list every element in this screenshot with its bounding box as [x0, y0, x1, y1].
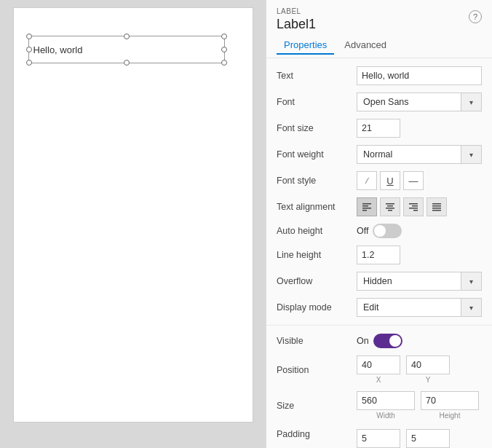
size-height-input[interactable]: [421, 391, 479, 410]
label-size: Size: [277, 401, 357, 411]
control-text-align: [357, 197, 482, 216]
size-width-label: Width: [376, 412, 395, 420]
handle-mr[interactable]: [221, 47, 227, 52]
label-auto-height: Auto height: [277, 226, 357, 236]
handle-bm[interactable]: [124, 60, 130, 66]
label-visible: Visible: [277, 336, 357, 346]
svg-rect-0: [362, 203, 371, 205]
control-overflow: Hidden ▾: [357, 272, 482, 291]
handle-br[interactable]: [221, 60, 227, 66]
label-display-mode: Display mode: [277, 302, 357, 313]
font-size-input[interactable]: [357, 119, 400, 138]
canvas-inner: Hello, world: [13, 7, 253, 423]
size-height-group: Height: [421, 391, 479, 420]
visible-toggle[interactable]: [373, 334, 402, 348]
overflow-dropdown[interactable]: Hidden ▾: [357, 272, 482, 291]
label-font-style: Font style: [277, 176, 357, 186]
font-dropdown-arrow: ▾: [461, 93, 481, 111]
control-line-height: [357, 245, 482, 264]
svg-rect-8: [409, 203, 418, 205]
padding-bottom-input[interactable]: [406, 429, 450, 448]
tab-advanced[interactable]: Advanced: [337, 36, 394, 55]
handle-ml[interactable]: [26, 47, 32, 52]
handle-tl[interactable]: [26, 34, 32, 39]
display-mode-dropdown[interactable]: Edit ▾: [357, 298, 482, 317]
position-y-input[interactable]: [406, 355, 450, 374]
padding-top-bottom-row: Top Bottom: [357, 429, 450, 448]
control-font: Open Sans ▾: [357, 93, 482, 111]
control-display-mode: Edit ▾: [357, 298, 482, 317]
position-inputs: X Y: [357, 355, 450, 384]
align-right-icon: [408, 202, 418, 212]
row-auto-height: Auto height Off: [266, 220, 492, 242]
label-line-height: Line height: [277, 250, 357, 260]
align-center-icon: [385, 202, 395, 212]
align-justify-button[interactable]: [426, 197, 447, 216]
font-weight-arrow: ▾: [461, 146, 481, 163]
align-right-button[interactable]: [403, 197, 424, 216]
font-dropdown[interactable]: Open Sans ▾: [357, 93, 482, 111]
text-input[interactable]: [357, 66, 482, 85]
underline-button[interactable]: U: [380, 171, 400, 190]
control-text: [357, 66, 482, 85]
properties-panel: LABEL Label1 Properties Advanced ? Text …: [266, 0, 492, 448]
control-font-weight: Normal ▾: [357, 145, 482, 164]
panel-tabs: Properties Advanced: [277, 36, 482, 55]
label-text-align: Text alignment: [277, 202, 357, 212]
padding-top-input[interactable]: [357, 429, 400, 448]
label-font-size: Font size: [277, 123, 357, 133]
size-width-group: Width: [357, 391, 415, 420]
control-auto-height: Off: [357, 224, 482, 238]
svg-rect-13: [432, 205, 441, 207]
align-left-icon: [362, 202, 372, 212]
row-position: Position X Y: [266, 352, 492, 388]
align-left-button[interactable]: [357, 197, 377, 216]
row-display-mode: Display mode Edit ▾: [266, 294, 492, 321]
visible-toggle-container: On: [357, 334, 402, 348]
row-font-style: Font style / U —: [266, 168, 492, 194]
svg-rect-6: [386, 208, 394, 209]
display-mode-arrow: ▾: [461, 299, 481, 316]
svg-rect-10: [409, 208, 418, 209]
display-mode-value: Edit: [357, 302, 461, 313]
line-height-input[interactable]: [357, 245, 400, 264]
svg-rect-5: [387, 205, 393, 207]
font-weight-value: Normal: [357, 149, 461, 160]
size-inputs: Width Height: [357, 391, 479, 420]
auto-height-toggle[interactable]: [373, 224, 402, 238]
tab-properties[interactable]: Properties: [277, 36, 334, 55]
handle-tr[interactable]: [221, 34, 227, 39]
italic-button[interactable]: /: [357, 171, 377, 190]
align-center-button[interactable]: [380, 197, 400, 216]
component-name: Label1: [277, 17, 482, 32]
handle-bl[interactable]: [26, 60, 32, 66]
label-text-prop: Text: [277, 71, 357, 81]
padding-bottom-group: Bottom: [406, 429, 450, 448]
row-overflow: Overflow Hidden ▾: [266, 268, 492, 294]
row-font-size: Font size: [266, 115, 492, 141]
strikethrough-button[interactable]: —: [403, 171, 424, 190]
label-font-weight: Font weight: [277, 149, 357, 160]
auto-height-toggle-container: Off: [357, 224, 402, 238]
size-height-label: Height: [440, 412, 461, 420]
label-padding: Padding: [277, 429, 357, 439]
padding-top-group: Top: [357, 429, 400, 448]
visible-knob: [389, 335, 401, 347]
svg-rect-15: [432, 210, 441, 211]
help-icon[interactable]: ?: [469, 10, 482, 23]
handle-tm[interactable]: [124, 34, 130, 39]
canvas-area: Hello, world: [0, 0, 266, 448]
align-justify-icon: [432, 202, 442, 212]
overflow-value: Hidden: [357, 276, 461, 286]
row-size: Size Width Height: [266, 388, 492, 423]
svg-rect-3: [362, 210, 367, 211]
size-width-input[interactable]: [357, 391, 415, 410]
row-font: Font Open Sans ▾: [266, 89, 492, 115]
control-visible: On: [357, 334, 482, 348]
svg-rect-11: [413, 210, 418, 211]
position-y-group: Y: [406, 355, 450, 384]
font-weight-dropdown[interactable]: Normal ▾: [357, 145, 482, 164]
position-x-input[interactable]: [357, 355, 400, 374]
row-text-align: Text alignment: [266, 194, 492, 220]
label-element[interactable]: Hello, world: [28, 36, 225, 63]
